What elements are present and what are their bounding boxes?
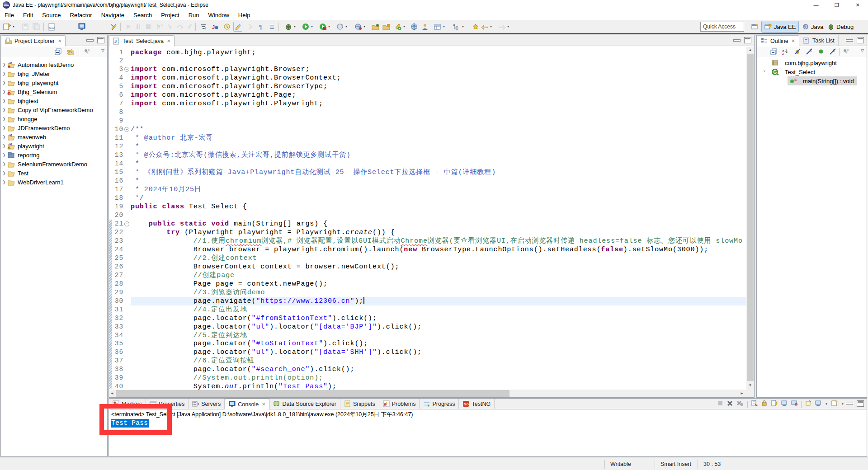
outline-filter-icon[interactable] — [843, 48, 850, 56]
external-tools-icon-dropdown[interactable]: ▼ — [403, 25, 406, 28]
menu-window[interactable]: Window — [204, 11, 234, 19]
editor-body[interactable]: 1package com.bjhg.playwright;23−import c… — [109, 47, 754, 397]
terminate-console-icon[interactable] — [717, 400, 723, 408]
menu-file[interactable]: File — [0, 11, 19, 19]
editor-hscrollbar[interactable]: ◄ ► — [109, 390, 746, 397]
menu-help[interactable]: Help — [234, 11, 255, 19]
tab-testng[interactable]: NGTestNG — [459, 399, 495, 409]
maximize-button[interactable]: ❐ — [826, 0, 847, 10]
tab-servers[interactable]: Servers — [189, 399, 225, 409]
close-console-icon[interactable]: ✕ — [262, 402, 265, 407]
scroll-left-icon[interactable]: ◄ — [110, 391, 114, 395]
link-editor-icon[interactable] — [66, 48, 75, 57]
back-icon[interactable] — [480, 22, 489, 32]
close-button[interactable]: ✕ — [847, 0, 868, 10]
code-line-10[interactable]: /** — [131, 125, 144, 134]
coverage-icon-dropdown[interactable]: ▼ — [328, 25, 330, 28]
expand-chevron-icon[interactable]: ❯ — [1, 99, 7, 103]
filter-icon[interactable] — [199, 22, 208, 32]
outline-chevron-icon[interactable]: ˅ — [761, 69, 768, 73]
project-item-bjhgtest[interactable]: ❯bjhgtest — [1, 96, 107, 105]
code-line-17[interactable]: * 2024年10月25日 — [131, 185, 202, 194]
step-into-icon[interactable] — [165, 22, 175, 32]
coverage-icon[interactable] — [318, 22, 327, 32]
show-console-err-icon[interactable]: x — [791, 400, 797, 408]
block-selection-icon[interactable]: ☰ — [268, 22, 277, 32]
code-line-24[interactable]: Browser browser = playwright.chromium().… — [131, 245, 708, 254]
console-minmax[interactable] — [846, 400, 864, 407]
skip-breakpoints-icon-dropdown[interactable]: ▼ — [363, 25, 366, 28]
display-console-icon[interactable] — [815, 400, 821, 408]
tab-snippets[interactable]: Snippets — [340, 399, 379, 409]
code-line-26[interactable]: BrowserContext context = browser.newCont… — [131, 263, 399, 271]
editor-minmax[interactable] — [733, 37, 751, 43]
quick-access-input[interactable] — [700, 22, 744, 32]
expand-chevron-icon[interactable]: ❯ — [1, 117, 7, 121]
open-type-icon[interactable] — [371, 22, 380, 32]
new-table-icon[interactable] — [433, 22, 442, 32]
code-line-27[interactable]: //创建page — [131, 271, 235, 280]
hide-static-icon[interactable]: S — [806, 48, 813, 57]
open-resource-icon[interactable] — [382, 22, 391, 32]
project-item-test[interactable]: ❯Test — [1, 169, 107, 178]
code-line-25[interactable]: //2.创建context — [131, 254, 257, 263]
tab-outline[interactable]: Outline ✕ — [757, 35, 799, 47]
scroll-up-icon[interactable]: ▲ — [746, 48, 754, 52]
disconnect-icon[interactable] — [156, 22, 165, 32]
expand-chevron-icon[interactable]: ❯ — [1, 62, 7, 67]
outline-menu-icon[interactable]: ▽ — [861, 48, 864, 53]
print-icon[interactable]: 010 — [47, 22, 56, 32]
new-server-icon[interactable] — [335, 22, 344, 32]
minimize-button[interactable]: — — [806, 0, 826, 10]
code-line-23[interactable]: //1.使用chromium浏览器,# 浏览器配置,设置以GUI模式启动Chro… — [131, 237, 754, 245]
web-browser-icon[interactable] — [410, 22, 419, 32]
expand-chevron-icon[interactable]: ❯ — [1, 162, 7, 166]
user-icon[interactable] — [420, 22, 429, 32]
view-menu-icon[interactable]: ▽ — [101, 48, 104, 53]
word-wrap-icon[interactable] — [771, 400, 778, 408]
expand-chevron-icon[interactable]: ❯ — [1, 71, 7, 76]
menu-project[interactable]: Project — [156, 11, 184, 19]
filter-dots-icon[interactable] — [84, 48, 91, 56]
code-line-33[interactable]: page.locator("ul").locator("[data='BJP']… — [131, 323, 422, 331]
run-icon-dropdown[interactable]: ▼ — [311, 25, 313, 28]
expand-chevron-icon[interactable]: ❯ — [1, 144, 7, 148]
tab-problems[interactable]: xProblems — [379, 399, 420, 409]
code-line-4[interactable]: import com.microsoft.playwright.BrowserC… — [131, 74, 341, 82]
menu-source[interactable]: Source — [38, 11, 65, 19]
code-line-1[interactable]: package com.bjhg.playwright; — [131, 48, 256, 57]
project-item-bjhg_selenium[interactable]: ❯!Bjhg_Selenium — [1, 87, 107, 96]
resume-icon[interactable] — [124, 22, 133, 32]
mark-occurrences-icon[interactable] — [233, 22, 242, 32]
new-wizard-icon[interactable] — [3, 22, 12, 32]
expand-chevron-icon[interactable]: ❯ — [1, 80, 7, 85]
tree-view-icon[interactable] — [452, 22, 461, 32]
code-line-32[interactable]: page.locator("#fromStationText").click()… — [131, 314, 377, 323]
forward-icon-dropdown[interactable]: ▼ — [507, 25, 509, 28]
remote-system-icon[interactable] — [77, 22, 86, 32]
hide-fields-icon[interactable] — [794, 48, 801, 57]
code-line-14[interactable]: * — [131, 160, 140, 168]
mark-occurrences-pen-icon[interactable] — [109, 22, 118, 32]
code-line-6[interactable]: import com.microsoft.playwright.Page; — [131, 91, 297, 99]
project-item-mavenweb[interactable]: ❯Mmavenweb — [1, 132, 107, 141]
external-tools-icon[interactable] — [393, 22, 402, 32]
expand-chevron-icon[interactable]: ❯ — [1, 171, 7, 175]
menu-refactor[interactable]: Refactor — [66, 11, 97, 19]
skip-breakpoints-icon[interactable] — [354, 22, 363, 32]
editor-vscrollbar[interactable]: ▲ ▼ — [746, 47, 754, 397]
terminate-icon[interactable] — [144, 22, 153, 32]
hide-nonpublic-icon[interactable] — [817, 48, 825, 57]
code-line-19[interactable]: public class Test_Select { — [131, 202, 247, 211]
back-icon-dropdown[interactable]: ▼ — [490, 25, 492, 28]
project-item-automationtestdemo[interactable]: ❯MxAutomationTestDemo — [1, 60, 107, 69]
forward-icon[interactable] — [497, 22, 506, 32]
tab-project-explorer[interactable]: Project Explorer ✕ — [1, 35, 66, 47]
sort-icon[interactable]: az — [782, 48, 789, 56]
scroll-down-icon[interactable]: ▼ — [746, 383, 754, 387]
expand-chevron-icon[interactable]: ❯ — [1, 126, 7, 130]
remove-launch-icon[interactable] — [727, 400, 733, 408]
close-outline-icon[interactable]: ✕ — [792, 38, 795, 43]
scroll-lock-icon[interactable] — [761, 400, 768, 408]
project-item-playwright[interactable]: ❯Mplaywright — [1, 141, 107, 150]
